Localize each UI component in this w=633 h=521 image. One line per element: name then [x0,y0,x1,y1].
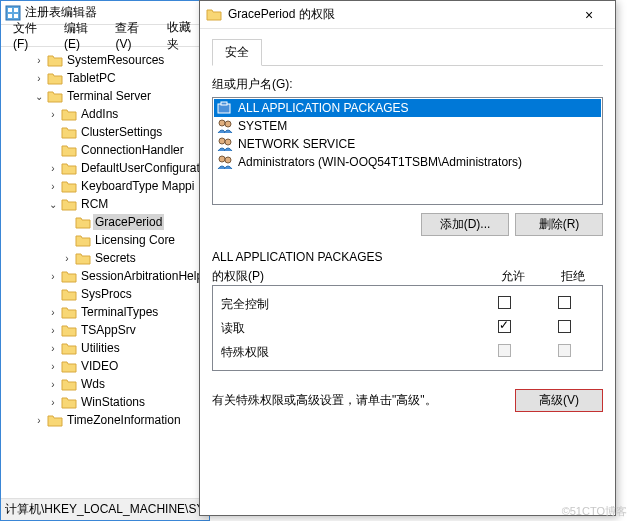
user-icon [216,154,234,170]
tree-expander-icon[interactable]: › [47,163,59,174]
tree-item-label: SessionArbitrationHelp [79,268,205,284]
regedit-statusbar: 计算机\HKEY_LOCAL_MACHINE\SYS [1,498,209,520]
folder-icon [61,143,77,157]
tree-expander-icon[interactable]: › [33,415,45,426]
tree-item[interactable]: ⌄RCM [5,195,209,213]
tree-item-label: KeyboardType Mappi [79,178,196,194]
tree-item[interactable]: ›Utilities [5,339,209,357]
permission-row: 完全控制 [221,292,594,316]
tree-item-label: AddIns [79,106,120,122]
tree-expander-icon[interactable]: › [47,379,59,390]
remove-button[interactable]: 删除(R) [515,213,603,236]
user-name: ALL APPLICATION PACKAGES [238,101,409,115]
registry-tree[interactable]: ›SystemResources›TabletPC⌄Terminal Serve… [1,47,209,496]
tree-item[interactable]: ClusterSettings [5,123,209,141]
tree-expander-icon[interactable]: › [47,109,59,120]
allow-checkbox[interactable] [498,320,511,333]
folder-icon [61,341,77,355]
deny-checkbox[interactable] [558,296,571,309]
tree-item[interactable]: ›TSAppSrv [5,321,209,339]
user-name: Administrators (WIN-OOQ54T1TSBM\Administ… [238,155,522,169]
regedit-menubar: 文件(F) 编辑(E) 查看(V) 收藏夹 [1,25,209,47]
permissions-header: 的权限(P) 允许 拒绝 [212,268,603,285]
perm-title-text: GracePeriod 的权限 [228,6,563,23]
permission-row: 特殊权限 [221,340,594,364]
tree-expander-icon[interactable]: › [47,307,59,318]
tree-expander-icon[interactable]: ⌄ [33,91,45,102]
allow-checkbox [498,344,511,357]
tree-item[interactable]: ConnectionHandler [5,141,209,159]
folder-icon [61,305,77,319]
tree-item[interactable]: ›KeyboardType Mappi [5,177,209,195]
folder-icon [61,125,77,139]
tree-expander-icon[interactable]: › [33,73,45,84]
folder-icon [61,269,77,283]
folder-icon [61,287,77,301]
tree-expander-icon[interactable]: › [47,397,59,408]
tree-expander-icon[interactable]: › [61,253,73,264]
tree-item[interactable]: ›DefaultUserConfigurat [5,159,209,177]
tree-item[interactable]: GracePeriod [5,213,209,231]
col-deny-label: 拒绝 [543,268,603,285]
tree-item[interactable]: ›Secrets [5,249,209,267]
tree-item[interactable]: ›AddIns [5,105,209,123]
user-list-item[interactable]: ALL APPLICATION PACKAGES [214,99,601,117]
perm-titlebar[interactable]: GracePeriod 的权限 × [200,1,615,29]
tree-item-label: ConnectionHandler [79,142,186,158]
tree-item-label: Utilities [79,340,122,356]
tree-expander-icon[interactable]: › [47,325,59,336]
permission-label: 特殊权限 [221,344,474,361]
user-list[interactable]: ALL APPLICATION PACKAGESSYSTEMNETWORK SE… [212,97,603,205]
close-icon[interactable]: × [569,7,609,23]
folder-icon [47,89,63,103]
tree-item[interactable]: ⌄Terminal Server [5,87,209,105]
tree-item-label: DefaultUserConfigurat [79,160,202,176]
tree-expander-icon[interactable]: › [47,343,59,354]
deny-checkbox[interactable] [558,320,571,333]
tree-expander-icon[interactable]: ⌄ [47,199,59,210]
menu-view[interactable]: 查看(V) [107,18,156,53]
advanced-button[interactable]: 高级(V) [515,389,603,412]
tree-expander-icon[interactable]: › [47,361,59,372]
folder-icon [61,107,77,121]
tree-item[interactable]: ›TimeZoneInformation [5,411,209,429]
tree-expander-icon[interactable]: › [47,271,59,282]
permissions-dialog: GracePeriod 的权限 × 安全 组或用户名(G): ALL APPLI… [199,0,616,516]
tree-item-label: TabletPC [65,70,118,86]
registry-editor-window: 注册表编辑器 文件(F) 编辑(E) 查看(V) 收藏夹 ›SystemReso… [0,0,210,521]
folder-icon [75,233,91,247]
tree-item-label: SystemResources [65,52,166,68]
tree-item[interactable]: ›WinStations [5,393,209,411]
tree-item[interactable]: ›Wds [5,375,209,393]
tree-item[interactable]: SysProcs [5,285,209,303]
folder-icon [75,251,91,265]
user-list-item[interactable]: Administrators (WIN-OOQ54T1TSBM\Administ… [214,153,601,171]
user-name: NETWORK SERVICE [238,137,355,151]
menu-file[interactable]: 文件(F) [5,18,54,53]
permissions-grid: 完全控制读取特殊权限 [212,285,603,371]
menu-edit[interactable]: 编辑(E) [56,18,105,53]
user-icon [216,100,234,116]
add-button[interactable]: 添加(D)... [421,213,509,236]
folder-icon [61,179,77,193]
tree-item[interactable]: ›TerminalTypes [5,303,209,321]
permission-label: 读取 [221,320,474,337]
allow-checkbox[interactable] [498,296,511,309]
tab-security[interactable]: 安全 [212,39,262,66]
tree-expander-icon[interactable]: › [33,55,45,66]
tree-item[interactable]: ›VIDEO [5,357,209,375]
folder-icon [61,323,77,337]
tree-item[interactable]: ›SessionArbitrationHelp [5,267,209,285]
col-allow-label: 允许 [483,268,543,285]
tree-item-label: ClusterSettings [79,124,164,140]
tree-item-label: WinStations [79,394,147,410]
tree-item[interactable]: Licensing Core [5,231,209,249]
group-users-label: 组或用户名(G): [212,76,603,93]
user-list-item[interactable]: SYSTEM [214,117,601,135]
tree-expander-icon[interactable]: › [47,181,59,192]
tree-item[interactable]: ›TabletPC [5,69,209,87]
folder-icon [61,377,77,391]
perm-for-suffix: 的权限(P) [212,268,483,285]
folder-icon [206,7,222,23]
user-list-item[interactable]: NETWORK SERVICE [214,135,601,153]
